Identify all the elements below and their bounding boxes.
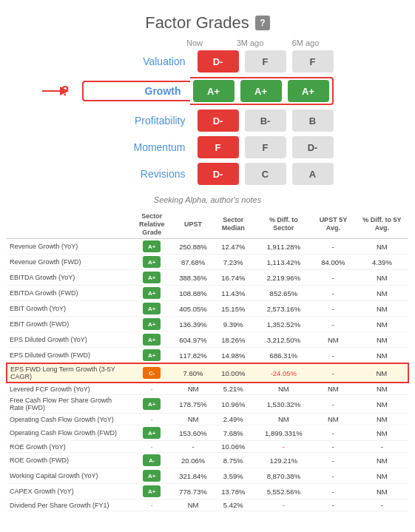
cell-grade: A+ [127,468,176,484]
cell-diff-sector: 129.21% [257,453,311,468]
grade-6m-momentum: D- [292,136,334,158]
grade-row-valuation: Valuation D- F F [82,50,334,73]
col-header-upst: UPST [176,210,210,239]
table-row: Operating Cash Flow Growth (FWD) A+ 153.… [7,425,408,441]
cell-metric-label: EBITDA Growth (YoY) [7,270,127,286]
cell-grade: A+ [127,332,176,348]
grade-badge: A+ [143,485,161,497]
cell-metric-label: Levered FCF Growth (YoY) [7,383,127,395]
cell-upst: 250.88% [176,239,210,255]
cell-median: 12.47% [210,239,257,255]
cell-avg: - [311,499,356,511]
grade-badge: A+ [143,398,161,410]
cell-median: 15.15% [210,301,257,317]
cell-grade: A+ [127,286,176,301]
grade-label-revisions[interactable]: Revisions [82,168,198,180]
cell-metric-label: EBITDA Growth (FWD) [7,286,127,301]
cell-upst: 7.60% [176,363,210,383]
cell-median: 7.68% [210,425,257,441]
cell-grade: - [127,499,176,511]
grade-6m-growth: A+ [288,80,329,102]
cell-diff-avg: NM [356,468,408,484]
cell-upst: 153.60% [176,425,210,441]
table-row: Working Capital Growth (YoY) A+ 321.84% … [7,468,408,484]
grade-row-profitability: Profitability D- B- B [82,110,334,132]
grade-badge: A+ [143,334,161,346]
grade-label-valuation[interactable]: Valuation [82,55,198,67]
cell-avg: NM [311,332,356,348]
cell-diff-avg: NM [356,414,408,425]
table-row: CAPEX Growth (YoY) A+ 778.73% 13.78% 5,5… [7,484,408,499]
cell-avg: - [311,239,356,255]
cell-avg: - [311,468,356,484]
cell-grade: A- [127,453,176,468]
cell-avg: - [311,270,356,286]
cell-avg: - [311,348,356,364]
grade-now-profitability: D- [198,110,239,132]
cell-diff-avg: NM [356,348,408,364]
grade-3m-valuation: F [245,50,286,73]
col-header-median: Sector Median [210,210,257,239]
table-row: EBIT Growth (YoY) A+ 405.05% 15.15% 2,57… [7,301,408,317]
cell-avg: - [311,453,356,468]
cell-median: 9.39% [210,317,257,332]
grade-label-growth[interactable]: Growth [82,81,190,101]
grade-now-growth: A+ [193,80,235,102]
grade-6m-profitability: B [292,110,334,132]
grade-now-momentum: F [198,136,239,158]
grade-badge: A+ [143,240,161,252]
table-row: EPS Diluted Growth (YoY) A+ 604.97% 18.2… [7,332,408,348]
cell-upst: 405.05% [176,301,210,317]
cell-upst: NM [176,383,210,395]
cell-avg: 84.00% [311,255,356,270]
grade-badge: A+ [143,427,161,439]
cell-median: 11.43% [210,286,257,301]
grade-badge: A+ [143,470,161,482]
grade-now-revisions: D- [198,163,239,185]
grade-cells-momentum: F F D- [198,136,334,158]
cell-diff-avg: NM [356,332,408,348]
grade-3m-growth: A+ [240,80,282,102]
cell-metric-label: Operating Cash Flow Growth (FWD) [7,425,127,441]
cell-grade: A+ [127,484,176,499]
cell-diff-sector: 1,352.52% [257,317,311,332]
cell-diff-sector: - [257,441,311,453]
cell-upst: 388.36% [176,270,210,286]
cell-upst: 136.39% [176,317,210,332]
cell-avg: - [311,286,356,301]
cell-median: 8.75% [210,453,257,468]
grade-label-profitability[interactable]: Profitability [82,115,198,127]
cell-avg: - [311,425,356,441]
grade-now-valuation: D- [198,50,239,73]
cell-upst: 778.73% [176,484,210,499]
grade-label-momentum[interactable]: Momentum [82,141,198,153]
cell-diff-sector: 8,870.38% [257,468,311,484]
grade-6m-valuation: F [292,50,334,73]
grade-cells-growth: A+ A+ A+ [190,77,334,105]
cell-grade: A+ [127,255,176,270]
cell-median: 10.96% [210,395,257,414]
grade-badge: A+ [143,349,161,361]
cell-upst: 108.88% [176,286,210,301]
cell-diff-avg: NM [356,239,408,255]
badge-dash: - [151,501,153,509]
cell-avg: - [311,363,356,383]
help-icon[interactable]: ? [255,16,270,30]
col-header-sector-grade: Sector RelativeGrade [127,210,176,239]
cell-diff-sector: - [257,499,311,511]
grades-section: Now 3M ago 6M ago Valuation D- F F ? Gro… [0,38,415,189]
cell-diff-avg: NM [356,270,408,286]
cell-median: 5.42% [210,499,257,511]
cell-avg: - [311,395,356,414]
col-header-metric [7,210,127,239]
cell-metric-label: Operating Cash Flow Growth (YoY) [7,414,127,425]
badge-dash: - [151,385,153,393]
cell-diff-avg: NM [356,395,408,414]
cell-upst: - [176,441,210,453]
cell-diff-avg: NM [356,484,408,499]
cell-metric-label: EBIT Growth (YoY) [7,301,127,317]
cell-median: 2.49% [210,414,257,425]
cell-avg: - [311,301,356,317]
cell-diff-avg: NM [356,363,408,383]
header-section: Factor Grades ? [0,0,415,38]
